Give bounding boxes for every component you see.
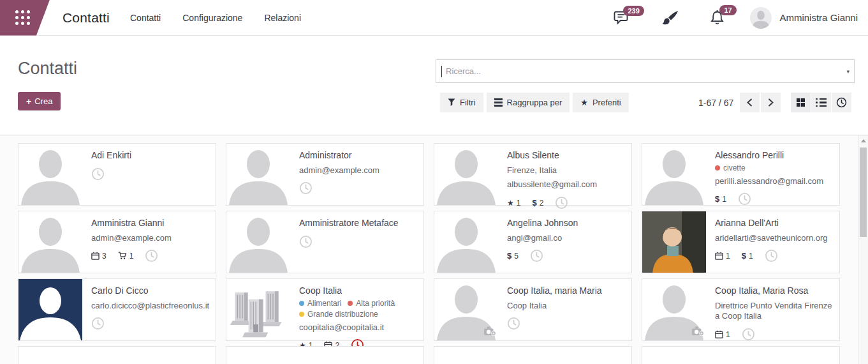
contact-line: Direttrice Punto Vendita Firenze a Coop …: [715, 301, 834, 322]
contact-avatar: [226, 279, 290, 340]
contact-card[interactable]: Alessandro Perillicivetteperilli.alessan…: [642, 143, 840, 206]
contact-card[interactable]: Albus SilenteFirenze, Italiaalbussilente…: [434, 143, 632, 206]
view-kanban-button[interactable]: [791, 93, 811, 112]
contact-badges: [299, 181, 418, 195]
activity-clock-icon[interactable]: [91, 317, 105, 330]
user-avatar: [750, 7, 772, 29]
activity-clock-icon[interactable]: [738, 192, 751, 206]
activity-clock-icon[interactable]: [91, 167, 105, 181]
contact-tags: civette: [715, 163, 834, 172]
contact-tag: Grande distribuzione: [299, 310, 378, 319]
contact-line: admin@example.com: [299, 165, 418, 176]
kanban-view: Adi EnkirtiAdministratoradmin@example.co…: [0, 135, 868, 364]
contact-card-body: Coop Italia, maria MariaCoop Italia: [498, 279, 631, 340]
badge-calendar: 1: [715, 252, 730, 261]
contact-card-partial[interactable]: [226, 346, 424, 364]
contact-card-partial[interactable]: [18, 346, 216, 364]
activity-clock-icon[interactable]: [299, 235, 313, 248]
contact-name: Coop Italia: [299, 285, 418, 297]
clock-icon: [836, 97, 847, 108]
view-activity-button[interactable]: [832, 93, 851, 112]
activity-clock-icon[interactable]: [530, 249, 543, 262]
contact-card-body: Coop Italia, Maria RosaDirettrice Punto …: [706, 279, 839, 340]
contact-card[interactable]: Arianna Dell'Artiaridellarti@savetheunic…: [642, 211, 840, 273]
chevron-right-icon: [768, 98, 774, 107]
top-navbar: Contatti Contatti Configurazione Relazio…: [0, 0, 868, 36]
contact-name: Amministra Gianni: [91, 218, 210, 229]
contact-name: Arianna Dell'Arti: [715, 218, 834, 229]
groupby-button[interactable]: Raggruppa per: [487, 93, 570, 112]
contact-badges: [299, 235, 418, 248]
person-placeholder-avatar: [226, 144, 290, 205]
activities-button[interactable]: 17: [710, 10, 725, 26]
contact-card[interactable]: Amministratore Metaface: [226, 211, 424, 273]
contact-card-partial[interactable]: [434, 346, 632, 364]
activity-clock-icon[interactable]: [145, 249, 158, 262]
contact-badges: [91, 167, 210, 181]
calendar-icon: [715, 252, 723, 260]
contact-tag: civette: [715, 163, 746, 172]
contact-card[interactable]: Amministra Gianniadmin@example.com31: [18, 211, 216, 273]
contact-avatar: [642, 211, 706, 273]
view-list-button[interactable]: [811, 93, 831, 112]
kanban-grid: Adi EnkirtiAdministratoradmin@example.co…: [0, 135, 868, 364]
badge-dollar: $1: [715, 194, 726, 204]
search-dropdown-caret-icon[interactable]: ▾: [846, 68, 854, 75]
badge-calendar: 3: [91, 252, 107, 261]
user-name: Amministra Gianni: [779, 12, 858, 23]
pager-text: 1-67 / 67: [698, 98, 733, 108]
contact-card[interactable]: Coop Italia, Maria RosaDirettrice Punto …: [642, 278, 840, 341]
contact-badges: 31: [91, 249, 210, 262]
badge-count: 1: [726, 252, 730, 261]
contact-card-body: Coop ItaliaAlimentariAlta prioritàGrande…: [290, 279, 423, 340]
person-placeholder-avatar: [434, 211, 498, 273]
contact-card[interactable]: Carlo Di Ciccocarlo.dicicco@plasticfreeo…: [18, 278, 216, 341]
activity-clock-icon[interactable]: [555, 196, 568, 209]
contact-card[interactable]: Angelina Johnsonangi@gmail.co$5: [434, 211, 632, 273]
person-navy-avatar: [18, 279, 82, 340]
filters-button[interactable]: Filtri: [440, 93, 483, 112]
contact-card[interactable]: Adi Enkirti: [18, 143, 216, 206]
contact-card[interactable]: Coop Italia, maria MariaCoop Italia: [434, 278, 632, 341]
contact-badges: ★1$2: [507, 196, 626, 209]
contact-tag: Alimentari: [299, 299, 341, 308]
nav-item-relazioni[interactable]: Relazioni: [264, 13, 301, 23]
vertical-scrollbar[interactable]: [858, 135, 868, 364]
activity-clock-icon[interactable]: [742, 328, 755, 341]
favorites-button[interactable]: ★ Preferiti: [573, 93, 628, 112]
activity-clock-icon[interactable]: [299, 181, 313, 195]
activity-clock-icon[interactable]: [765, 249, 778, 262]
activity-clock-icon[interactable]: [507, 317, 520, 330]
pager-next-button[interactable]: [761, 93, 781, 112]
apps-menu-button[interactable]: [0, 0, 50, 36]
contact-avatar: [18, 211, 82, 273]
contact-avatar: [434, 211, 498, 273]
nav-item-contatti[interactable]: Contatti: [130, 13, 161, 23]
group-bars-icon: [494, 98, 503, 107]
pager-prev-button[interactable]: [740, 93, 760, 112]
theme-brush-button[interactable]: [661, 10, 679, 26]
contact-name: Albus Silente: [507, 150, 626, 162]
scroll-up-button[interactable]: [858, 135, 868, 146]
scroll-thumb[interactable]: [860, 148, 867, 237]
user-menu[interactable]: Amministra Gianni: [750, 7, 858, 29]
dollar-icon: $: [532, 198, 536, 208]
contact-line: Firenze, Italia: [507, 165, 626, 176]
list-icon: [816, 98, 827, 107]
tag-dot-icon: [348, 301, 353, 306]
search-input[interactable]: [442, 66, 846, 76]
nav-item-configurazione[interactable]: Configurazione: [182, 13, 242, 23]
view-switcher: [791, 93, 851, 112]
contact-card[interactable]: Coop ItaliaAlimentariAlta prioritàGrande…: [226, 278, 424, 341]
create-button[interactable]: + Crea: [18, 92, 61, 110]
contact-card-partial[interactable]: [642, 346, 840, 364]
messages-button[interactable]: 239: [614, 10, 631, 26]
contact-avatar: [434, 279, 498, 340]
calendar-icon: [715, 330, 723, 338]
contact-line: Coop Italia: [507, 301, 626, 312]
star-icon: ★: [580, 98, 588, 107]
cart-icon: [118, 252, 127, 260]
contact-line: carlo.dicicco@plasticfreeonlus.it: [91, 301, 210, 312]
contact-card[interactable]: Administratoradmin@example.com: [226, 143, 424, 206]
contact-avatar: [434, 144, 498, 205]
